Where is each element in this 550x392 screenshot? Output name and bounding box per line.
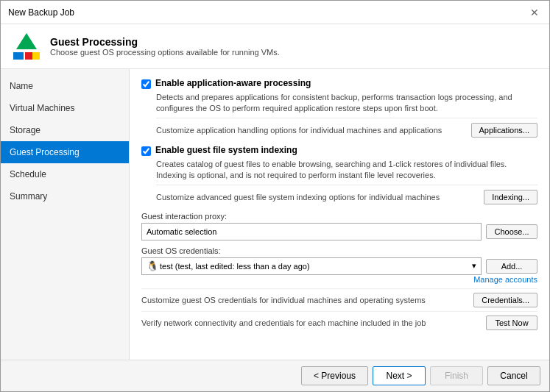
content-area: Name Virtual Machines Storage Guest Proc…: [1, 69, 549, 360]
cancel-button[interactable]: Cancel: [487, 366, 540, 385]
credentials-value: test (test, last edited: less than a day…: [160, 262, 310, 271]
file-indexing-label: Enable guest file system indexing: [155, 145, 297, 155]
sidebar-item-schedule[interactable]: Schedule: [1, 163, 129, 185]
credentials-select[interactable]: 🐧 test (test, last edited: less than a d…: [141, 257, 482, 275]
credentials-label: Guest OS credentials:: [141, 246, 537, 255]
file-indexing-customize-text: Customize advanced guest file system ind…: [156, 193, 440, 202]
previous-button[interactable]: < Previous: [301, 366, 368, 385]
manage-accounts-link[interactable]: Manage accounts: [141, 275, 537, 284]
app-aware-customize-row: Customize application handling options f…: [156, 118, 537, 138]
logo-yellow: [32, 52, 40, 60]
sidebar-item-guest-processing[interactable]: Guest Processing: [1, 141, 129, 163]
applications-button[interactable]: Applications...: [471, 123, 537, 138]
close-button[interactable]: ✕: [527, 5, 542, 20]
test-now-button[interactable]: Test Now: [486, 316, 537, 330]
app-aware-checkbox-row: Enable application-aware processing: [141, 78, 537, 89]
credentials-section: Guest OS credentials: 🐧 test (test, last…: [141, 246, 537, 334]
linux-icon: 🐧: [147, 261, 157, 271]
customize-credentials-text: Customize guest OS credentials for indiv…: [141, 296, 473, 304]
customize-credentials-row: Customize guest OS credentials for indiv…: [141, 288, 537, 311]
file-indexing-checkbox[interactable]: [141, 146, 151, 156]
app-logo: [12, 32, 41, 61]
indexing-button[interactable]: Indexing...: [484, 190, 537, 204]
logo-arrow: [16, 33, 37, 49]
sidebar-item-storage[interactable]: Storage: [1, 119, 129, 141]
file-indexing-section: Enable guest file system indexing Create…: [141, 145, 537, 204]
window: New Backup Job ✕ Guest Processing Choose…: [0, 0, 550, 392]
header-text: Guest Processing Choose guest OS process…: [50, 36, 280, 57]
logo-blue: [13, 52, 24, 60]
proxy-field-row: Choose...: [141, 223, 537, 240]
proxy-label: Guest interaction proxy:: [141, 212, 537, 221]
dropdown-arrow-icon: ▾: [472, 261, 476, 271]
app-aware-label: Enable application-aware processing: [155, 78, 311, 88]
sidebar-item-name[interactable]: Name: [1, 75, 129, 97]
app-aware-section: Enable application-aware processing Dete…: [141, 78, 537, 138]
credentials-field-row: 🐧 test (test, last edited: less than a d…: [141, 257, 537, 275]
header-title: Guest Processing: [50, 36, 280, 48]
file-indexing-checkbox-row: Enable guest file system indexing: [141, 145, 537, 156]
header: Guest Processing Choose guest OS process…: [1, 24, 549, 69]
footer: < Previous Next > Finish Cancel: [1, 360, 549, 391]
file-indexing-customize-row: Customize advanced guest file system ind…: [156, 185, 537, 204]
main-content: Enable application-aware processing Dete…: [130, 69, 549, 360]
choose-button[interactable]: Choose...: [486, 224, 537, 239]
test-text: Verify network connectivity and credenti…: [141, 318, 486, 327]
app-aware-customize-text: Customize application handling options f…: [156, 126, 442, 135]
file-indexing-description: Creates catalog of guest files to enable…: [156, 159, 537, 182]
header-subtitle: Choose guest OS processing options avail…: [50, 48, 280, 57]
add-credentials-button[interactable]: Add...: [486, 259, 537, 274]
app-aware-description: Detects and prepares applications for co…: [156, 92, 537, 115]
proxy-input[interactable]: [141, 223, 482, 240]
select-content: 🐧 test (test, last edited: less than a d…: [147, 261, 310, 271]
next-button[interactable]: Next >: [373, 366, 426, 385]
sidebar: Name Virtual Machines Storage Guest Proc…: [1, 69, 130, 360]
sidebar-item-virtual-machines[interactable]: Virtual Machines: [1, 97, 129, 119]
title-bar: New Backup Job ✕: [1, 1, 549, 24]
app-aware-checkbox[interactable]: [141, 79, 151, 89]
credentials-button[interactable]: Credentials...: [473, 293, 537, 307]
finish-button[interactable]: Finish: [430, 366, 483, 385]
sidebar-item-summary[interactable]: Summary: [1, 185, 129, 207]
test-row: Verify network connectivity and credenti…: [141, 311, 537, 334]
logo-red: [25, 52, 32, 60]
proxy-section: Guest interaction proxy: Choose...: [141, 212, 537, 240]
window-title: New Backup Job: [8, 7, 74, 18]
